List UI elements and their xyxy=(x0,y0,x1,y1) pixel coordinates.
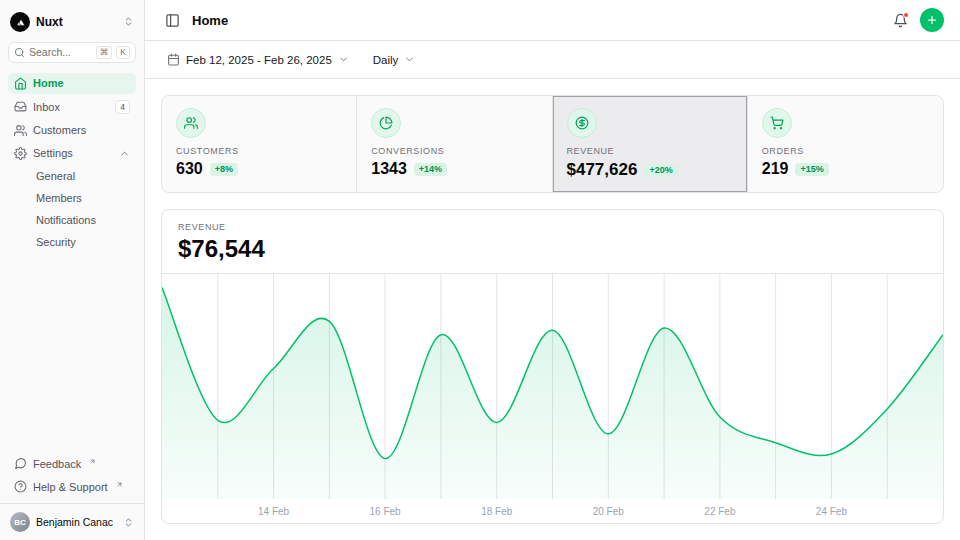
date-range-value: Feb 12, 2025 - Feb 26, 2025 xyxy=(186,54,332,66)
kbd-meta: ⌘ xyxy=(96,46,113,59)
search-input[interactable]: Search... ⌘ K xyxy=(8,42,136,63)
chart-body: 14 Feb16 Feb18 Feb20 Feb22 Feb24 Feb xyxy=(162,274,943,523)
stat-value: $477,626 xyxy=(567,160,638,180)
chevron-down-icon xyxy=(404,54,415,65)
stat-delta-badge: +14% xyxy=(414,163,447,176)
stat-label: ORDERS xyxy=(762,146,929,156)
sidebar-item-label: Customers xyxy=(33,124,86,136)
feedback-link[interactable]: Feedback xyxy=(8,453,136,474)
sidebar: Nuxt Search... ⌘ K Home Inbox 4 xyxy=(0,0,145,540)
stat-value: 630 xyxy=(176,160,203,178)
top-bar: Home xyxy=(145,0,960,41)
page-title: Home xyxy=(192,13,228,28)
revenue-area-chart: 14 Feb16 Feb18 Feb20 Feb22 Feb24 Feb xyxy=(162,274,943,523)
add-button[interactable] xyxy=(920,8,944,32)
sidebar-item-settings[interactable]: Settings xyxy=(8,143,136,164)
sidebar-footer: Feedback Help & Support xyxy=(8,453,136,503)
stat-card-customers[interactable]: CUSTOMERS 630 +8% xyxy=(162,96,357,192)
users-icon xyxy=(176,108,206,138)
user-name: Benjamin Canac xyxy=(36,516,113,528)
period-select[interactable]: Daily xyxy=(367,49,422,71)
stat-label: REVENUE xyxy=(567,146,733,156)
svg-text:22 Feb: 22 Feb xyxy=(704,506,736,517)
workspace-name: Nuxt xyxy=(36,15,63,29)
page-content: CUSTOMERS 630 +8% CONVERSIONS 1343 +14% xyxy=(145,79,960,540)
svg-text:18 Feb: 18 Feb xyxy=(481,506,513,517)
app-root: Nuxt Search... ⌘ K Home Inbox 4 xyxy=(0,0,960,540)
sidebar-item-customers[interactable]: Customers xyxy=(8,120,136,141)
chevron-up-icon xyxy=(119,148,130,159)
panel-left-icon xyxy=(165,13,180,28)
svg-text:20 Feb: 20 Feb xyxy=(593,506,625,517)
stats-row: CUSTOMERS 630 +8% CONVERSIONS 1343 +14% xyxy=(161,95,944,193)
help-support-link[interactable]: Help & Support xyxy=(8,476,136,497)
stat-value: 1343 xyxy=(371,160,407,178)
notifications-button[interactable] xyxy=(889,9,912,32)
sidebar-item-label: Inbox xyxy=(33,101,60,113)
gear-icon xyxy=(14,147,27,160)
stat-card-conversions[interactable]: CONVERSIONS 1343 +14% xyxy=(357,96,552,192)
sidebar-toggle-button[interactable] xyxy=(161,9,184,32)
svg-text:24 Feb: 24 Feb xyxy=(816,506,848,517)
search-icon xyxy=(14,47,25,58)
sidebar-item-notifications[interactable]: Notifications xyxy=(8,210,136,230)
calendar-icon xyxy=(167,53,180,66)
chevron-down-icon xyxy=(338,54,349,65)
chart-display-value: $76,544 xyxy=(178,235,927,263)
stat-delta-badge: +15% xyxy=(795,163,828,176)
stat-card-orders[interactable]: ORDERS 219 +15% xyxy=(748,96,943,192)
sidebar-item-home[interactable]: Home xyxy=(8,73,136,94)
date-range-picker[interactable]: Feb 12, 2025 - Feb 26, 2025 xyxy=(161,48,355,71)
message-circle-icon xyxy=(14,457,27,470)
kbd-k: K xyxy=(116,46,130,59)
sidebar-item-label: Settings xyxy=(33,147,73,159)
inbox-icon xyxy=(14,100,27,113)
nuxt-logo-icon xyxy=(10,12,30,32)
period-value: Daily xyxy=(373,54,399,66)
external-link-icon xyxy=(116,478,123,490)
sidebar-item-inbox[interactable]: Inbox 4 xyxy=(8,96,136,118)
chevrons-up-down-icon xyxy=(123,13,134,31)
shopping-cart-icon xyxy=(762,108,792,138)
inbox-count-badge: 4 xyxy=(115,100,130,114)
help-support-label: Help & Support xyxy=(33,481,108,493)
stat-label: CONVERSIONS xyxy=(371,146,537,156)
feedback-label: Feedback xyxy=(33,458,81,470)
avatar: BC xyxy=(10,512,30,532)
home-icon xyxy=(14,77,27,90)
sidebar-item-members[interactable]: Members xyxy=(8,188,136,208)
chart-header: REVENUE $76,544 xyxy=(162,210,943,274)
search-placeholder: Search... xyxy=(29,46,92,58)
stat-value: 219 xyxy=(762,160,789,178)
stat-delta-badge: +20% xyxy=(644,164,677,177)
svg-text:14 Feb: 14 Feb xyxy=(258,506,290,517)
notification-dot xyxy=(903,12,909,18)
stat-card-revenue[interactable]: REVENUE $477,626 +20% xyxy=(553,96,748,192)
user-menu[interactable]: BC Benjamin Canac xyxy=(0,503,144,540)
revenue-chart-card: REVENUE $76,544 14 Feb16 Feb18 Feb20 Feb… xyxy=(161,209,944,524)
help-circle-icon xyxy=(14,480,27,493)
plus-icon xyxy=(926,14,938,26)
pie-chart-icon xyxy=(371,108,401,138)
filters-toolbar: Feb 12, 2025 - Feb 26, 2025 Daily xyxy=(145,41,960,79)
stat-label: CUSTOMERS xyxy=(176,146,342,156)
dollar-circle-icon xyxy=(567,108,597,138)
external-link-icon xyxy=(89,455,96,467)
stat-delta-badge: +8% xyxy=(210,163,238,176)
sidebar-item-label: Home xyxy=(33,77,64,89)
main-panel: Home Feb 12, 2025 - Feb 26, 2025 Daily xyxy=(145,0,960,540)
sidebar-nav: Home Inbox 4 Customers Settings General … xyxy=(8,73,136,252)
users-icon xyxy=(14,124,27,137)
chevrons-up-down-icon xyxy=(123,517,134,528)
sidebar-item-security[interactable]: Security xyxy=(8,232,136,252)
chart-title: REVENUE xyxy=(178,222,927,232)
workspace-switcher[interactable]: Nuxt xyxy=(8,8,136,42)
svg-text:16 Feb: 16 Feb xyxy=(370,506,402,517)
sidebar-item-general[interactable]: General xyxy=(8,166,136,186)
